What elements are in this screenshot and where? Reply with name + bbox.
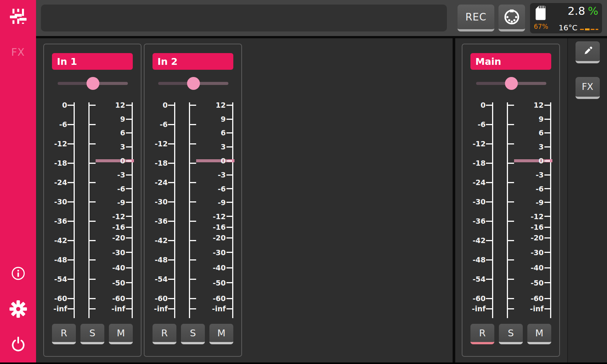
slider-thumb[interactable]: [187, 77, 200, 90]
fader-scale-tick: [226, 160, 232, 162]
meter-tick: [190, 259, 196, 260]
area-divider: [453, 38, 455, 362]
fader-scale-label: -50: [515, 278, 544, 288]
meter-scale-label: -54: [52, 274, 67, 284]
record-arm-button[interactable]: R: [470, 324, 494, 344]
fader-scale-label: -12: [96, 212, 125, 221]
fader-scale-tick: [226, 237, 232, 238]
fader-scale-tick: [126, 160, 132, 162]
meter-scale-tick: [168, 240, 174, 241]
meter-scale-label: -30: [470, 197, 486, 207]
fader-scale-tick: [226, 308, 232, 309]
meter-line: [507, 102, 508, 318]
meter-scale-tick: [168, 182, 174, 183]
meter-scale-tick: [168, 201, 174, 202]
meter-scale-label: -30: [153, 197, 168, 207]
meter-scale-label: -42: [52, 235, 67, 245]
meter-tick: [508, 201, 514, 202]
meter-tick: [508, 182, 514, 183]
fader-scale-label: 9: [96, 114, 125, 124]
meter-scale-tick: [68, 308, 74, 309]
meter-line: [189, 102, 190, 318]
fader-scale-tick: [126, 119, 132, 120]
fader-scale-tick: [544, 308, 550, 309]
fader-scale-tick: [226, 132, 232, 133]
mute-button[interactable]: M: [527, 324, 551, 344]
meter-scale-tick: [68, 298, 74, 299]
info-button[interactable]: [10, 265, 26, 281]
settings-button[interactable]: [9, 300, 27, 318]
meter-scale-label: -6: [470, 119, 486, 129]
meter-scale-tick: [68, 143, 74, 144]
channel-name-badge[interactable]: Main: [470, 53, 551, 70]
fader-scale-tick: [544, 160, 550, 162]
solo-button[interactable]: S: [80, 324, 104, 344]
meter-scale-label: -60: [153, 293, 168, 303]
fader-scale-label: -30: [197, 248, 226, 257]
mixer-view-button[interactable]: [9, 8, 27, 25]
fader-scale-label: 3: [515, 142, 544, 152]
channel-meter-fader[interactable]: 0-6-12-18-24-30-36-42-48-54-60-inf129630…: [52, 97, 133, 319]
meter-scale-tick: [68, 259, 74, 260]
power-button[interactable]: [10, 337, 27, 353]
fader-scale-tick: [226, 227, 232, 228]
fader-scale-tick: [226, 119, 232, 120]
fader-scale-tick: [226, 105, 232, 106]
meter-scale-label: -12: [470, 139, 486, 149]
slider-thumb[interactable]: [505, 77, 518, 90]
fader-scale-tick: [544, 132, 550, 133]
meter-scale-label: -18: [470, 158, 486, 168]
meter-scale-label: -6: [52, 119, 67, 129]
status-panel[interactable]: 67% 2.8% 16°C: [530, 3, 602, 33]
midi-button[interactable]: [498, 5, 525, 31]
topbar: REC: [36, 0, 607, 38]
meter-tick: [508, 240, 514, 241]
record-arm-button[interactable]: R: [153, 324, 176, 344]
record-arm-button[interactable]: R: [52, 324, 76, 344]
meter-scale-label: 0: [470, 100, 486, 110]
meter-scale-tick: [486, 259, 492, 260]
edit-button[interactable]: [576, 41, 600, 63]
sidebar-fx-label[interactable]: FX: [11, 46, 25, 58]
channel-name-badge[interactable]: In 1: [52, 53, 133, 70]
fader-scale-tick: [126, 146, 132, 147]
slider-thumb[interactable]: [86, 77, 99, 90]
meter-scale-tick: [168, 259, 174, 260]
fader-scale-tick: [126, 174, 132, 176]
solo-button[interactable]: S: [499, 324, 523, 344]
channel-meter-fader[interactable]: 0-6-12-18-24-30-36-42-48-54-60-inf129630…: [153, 97, 233, 319]
solo-button[interactable]: S: [181, 324, 205, 344]
channel-buttons: RSM: [52, 324, 133, 344]
meter-tick: [90, 182, 96, 183]
fader-scale-label: -60: [96, 293, 125, 303]
channel-gain-slider[interactable]: [52, 70, 133, 97]
fader-scale-tick: [544, 267, 550, 268]
fader-scale-tick: [226, 188, 232, 189]
fader-scale-tick: [544, 119, 550, 120]
channel-name-badge[interactable]: In 2: [153, 53, 233, 70]
fader-scale-tick: [126, 308, 132, 309]
meter-scale-tick: [68, 105, 74, 106]
fader-scale-label: -3: [96, 170, 125, 180]
meter-scale-tick: [168, 221, 174, 222]
fader-scale-label: -20: [197, 233, 226, 243]
fader-scale-label: -60: [197, 293, 226, 303]
record-button[interactable]: REC: [458, 5, 494, 31]
mixer-faders-icon: [9, 20, 27, 26]
channel-meter-fader[interactable]: 0-6-12-18-24-30-36-42-48-54-60-inf129630…: [470, 97, 551, 319]
meter-tick: [190, 201, 196, 202]
mute-button[interactable]: M: [109, 324, 133, 344]
meter-tick: [508, 143, 514, 144]
power-icon: [10, 349, 27, 355]
sidebar: FX: [0, 0, 36, 362]
meter-scale-line: [492, 102, 493, 318]
channel-gain-slider[interactable]: [470, 70, 551, 97]
meter-scale-tick: [68, 279, 74, 280]
meter-scale-label: -42: [470, 235, 486, 245]
fader-scale-tick: [126, 298, 132, 299]
fx-button[interactable]: FX: [576, 77, 600, 99]
fader-scale-tick: [126, 282, 132, 283]
channel-gain-slider[interactable]: [153, 70, 233, 97]
fader-scale-label: -40: [515, 263, 544, 273]
mute-button[interactable]: M: [209, 324, 233, 344]
